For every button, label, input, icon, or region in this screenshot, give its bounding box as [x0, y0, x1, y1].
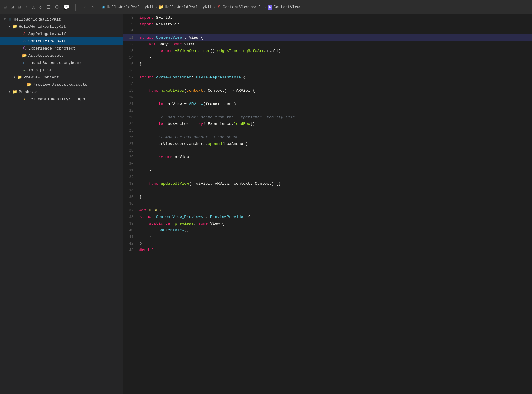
- sidebar-item-info-plist[interactable]: ≡ Info.plist: [0, 66, 123, 74]
- tree-arrow-folder1: [7, 24, 12, 29]
- sidebar-item-root[interactable]: ⊞ HelloWorldRealityKit: [0, 16, 123, 23]
- code-line-18: 18: [123, 81, 532, 88]
- line-content-38: struct ContentView_Previews : PreviewPro…: [138, 214, 532, 220]
- breadcrumb-item-file[interactable]: S ContentView.swift: [217, 5, 263, 10]
- nav-back-button[interactable]: ‹: [82, 4, 88, 11]
- breadcrumb-item-folder[interactable]: 📁 HelloWorldRealityKit: [159, 5, 212, 10]
- code-line-27: 27 arView.scene.anchors.append(boxAnchor…: [123, 141, 532, 147]
- code-line-24: 24 let boxAnchor = try! Experience.loadB…: [123, 121, 532, 127]
- line-content-39: static var previews: some View {: [138, 220, 532, 227]
- line-content-37: #if DEBUG: [138, 207, 532, 214]
- line-number-18: 18: [123, 81, 138, 88]
- diamond-icon[interactable]: ◇: [39, 4, 42, 10]
- line-content-35: }: [138, 194, 532, 200]
- code-line-29: 29 return arView: [123, 154, 532, 161]
- code-line-17: 17struct ARViewContainer: UIViewRepresen…: [123, 74, 532, 81]
- sidebar-item-content-view[interactable]: S ContentView.swift: [0, 37, 123, 45]
- sidebar-item-app-delegate[interactable]: S AppDelegate.swift: [0, 30, 123, 37]
- line-content-9: import RealityKit: [138, 21, 532, 28]
- line-content-16: [138, 68, 532, 74]
- line-number-35: 35: [123, 194, 138, 200]
- swift-icon-app-delegate: S: [22, 31, 27, 37]
- line-number-25: 25: [123, 127, 138, 134]
- line-number-37: 37: [123, 207, 138, 214]
- sidebar-item-preview-assets[interactable]: 📂 Preview Assets.xcassets: [0, 81, 123, 88]
- line-content-41: }: [138, 234, 532, 240]
- code-line-30: 30: [123, 161, 532, 167]
- sidebar-label-launchscreen: LaunchScreen.storyboard: [28, 61, 120, 65]
- code-line-16: 16: [123, 68, 532, 74]
- code-line-40: 40 ContentView(): [123, 227, 532, 234]
- line-number-31: 31: [123, 167, 138, 174]
- sidebar-item-launchscreen[interactable]: ◻ LaunchScreen.storyboard: [0, 59, 123, 66]
- code-line-32: 32: [123, 174, 532, 181]
- code-line-28: 28: [123, 147, 532, 154]
- line-number-32: 32: [123, 174, 138, 181]
- line-content-17: struct ARViewContainer: UIViewRepresenta…: [138, 74, 532, 81]
- breadcrumb-label-project: HelloWorldRealityKit: [107, 5, 154, 9]
- line-number-12: 12: [123, 41, 138, 48]
- line-number-34: 34: [123, 187, 138, 194]
- line-content-11: struct ContentView : View {: [138, 34, 532, 41]
- line-content-32: [138, 174, 532, 181]
- line-content-26: // Add the box anchor to the scene: [138, 134, 532, 141]
- sidebar-item-assets[interactable]: 📂 Assets.xcassets: [0, 52, 123, 59]
- tag-icon[interactable]: ⬡: [55, 4, 59, 10]
- swift-icon-content-view: S: [22, 38, 27, 44]
- breadcrumb: ⊞ HelloWorldRealityKit › 📁 HelloWorldRea…: [101, 5, 300, 10]
- code-line-41: 41 }: [123, 234, 532, 240]
- line-number-27: 27: [123, 141, 138, 147]
- line-number-17: 17: [123, 74, 138, 81]
- xcode-project-icon: ⊞: [7, 17, 13, 22]
- line-content-21: let arView = ARView(frame: .zero): [138, 101, 532, 107]
- line-content-28: [138, 147, 532, 154]
- sidebar-item-folder1[interactable]: 📁 HelloWorldRealityKit: [0, 23, 123, 30]
- sidebar-item-products[interactable]: 📁 Products: [0, 88, 123, 95]
- comment-icon[interactable]: 💬: [63, 4, 69, 10]
- nav-forward-button[interactable]: ›: [89, 4, 96, 11]
- code-line-38: 38struct ContentView_Previews : PreviewP…: [123, 214, 532, 220]
- list-icon[interactable]: ☰: [46, 4, 51, 10]
- search-icon[interactable]: ⌕: [25, 4, 28, 10]
- tree-arrow-products: [7, 89, 12, 94]
- line-content-43: #endif: [138, 247, 532, 254]
- code-line-36: 36: [123, 200, 532, 207]
- line-content-36: [138, 200, 532, 207]
- line-content-19: func makeUIView(context: Context) -> ARV…: [138, 88, 532, 94]
- hierarchy-icon[interactable]: ⊟: [18, 4, 21, 10]
- breadcrumb-item-xcode[interactable]: ⊞ HelloWorldRealityKit: [101, 5, 154, 10]
- line-content-10: [138, 28, 532, 34]
- breadcrumb-label-struct: ContentView: [274, 5, 300, 9]
- plist-icon: ≡: [22, 67, 27, 73]
- line-content-13: return ARViewContainer().edgesIgnoringSa…: [138, 48, 532, 54]
- line-number-41: 41: [123, 234, 138, 240]
- app-icon: ✦: [22, 96, 27, 102]
- code-line-26: 26 // Add the box anchor to the scene: [123, 134, 532, 141]
- tree-arrow-app-delegate: [17, 31, 22, 36]
- code-line-13: 13 return ARViewContainer().edgesIgnorin…: [123, 48, 532, 54]
- code-line-19: 19 func makeUIView(context: Context) -> …: [123, 88, 532, 94]
- line-content-27: arView.scene.anchors.append(boxAnchor): [138, 141, 532, 147]
- toolbar-icon-group: ⊞ ⊡ ⊟ ⌕ △ ◇ ☰ ⬡ 💬: [4, 4, 69, 10]
- sidebar-item-app-product[interactable]: ✦ HelloWorldRealityKit.app: [0, 95, 123, 103]
- line-content-18: [138, 81, 532, 88]
- inspector-icon[interactable]: ⊡: [11, 4, 14, 10]
- line-number-39: 39: [123, 220, 138, 227]
- code-line-43: 43#endif: [123, 247, 532, 254]
- breadcrumb-item-struct[interactable]: S ContentView: [268, 5, 300, 10]
- code-line-14: 14 }: [123, 54, 532, 61]
- sidebar-item-preview-content[interactable]: 📁 Preview Content: [0, 74, 123, 81]
- warning-icon[interactable]: △: [32, 4, 35, 10]
- storyboard-icon: ◻: [22, 60, 27, 66]
- grid-icon[interactable]: ⊞: [4, 4, 7, 10]
- tree-arrow-launchscreen: [17, 60, 22, 65]
- sidebar-item-experience[interactable]: ⬡ Experience.rcproject: [0, 45, 123, 52]
- line-number-21: 21: [123, 101, 138, 107]
- tree-arrow-assets: [17, 53, 22, 58]
- code-editor[interactable]: 8import SwiftUI9import RealityKit10 11st…: [123, 14, 532, 394]
- code-table: 8import SwiftUI9import RealityKit10 11st…: [123, 14, 532, 254]
- code-line-11: 11struct ContentView : View {: [123, 34, 532, 41]
- code-line-9: 9import RealityKit: [123, 21, 532, 28]
- xcode-icon: ⊞: [101, 5, 106, 10]
- line-content-30: [138, 161, 532, 167]
